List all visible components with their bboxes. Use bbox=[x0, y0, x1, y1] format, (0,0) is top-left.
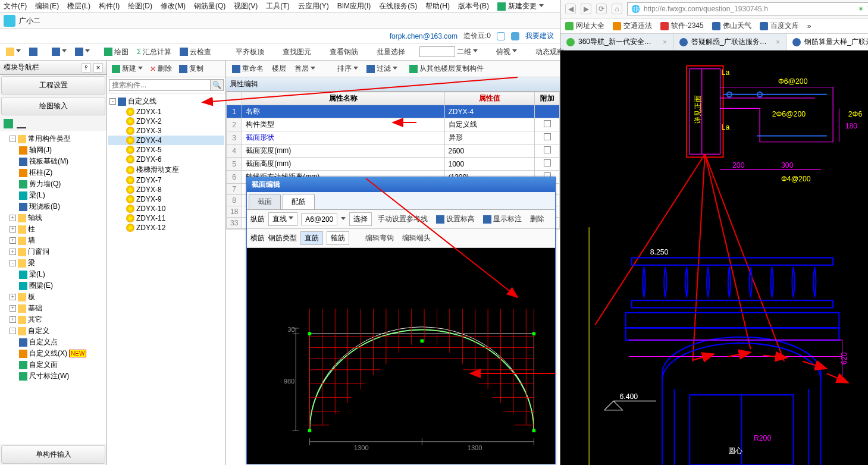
bookmark-item[interactable]: 软件-2345 bbox=[660, 21, 704, 31]
list-item[interactable]: ZDYX-12 bbox=[108, 223, 224, 232]
prop-extra[interactable] bbox=[535, 131, 560, 144]
menu-item[interactable]: 帮助(H) bbox=[425, 1, 450, 11]
prop-value[interactable]: 1000 bbox=[444, 158, 534, 171]
stirrup-button[interactable]: 箍筋 bbox=[327, 231, 349, 245]
prop-extra[interactable] bbox=[535, 158, 560, 171]
expand-icon[interactable]: + bbox=[10, 237, 16, 244]
list-item[interactable]: ZDYX-4 bbox=[108, 136, 224, 145]
floor-dropdown[interactable]: 楼层 bbox=[270, 62, 289, 75]
expand-icon[interactable]: + bbox=[10, 226, 16, 232]
table-row[interactable]: 5截面高度(mm)1000 bbox=[227, 158, 560, 171]
view-2d-dropdown[interactable]: 二维 bbox=[417, 45, 480, 58]
edit-hook-button[interactable]: 编辑弯钩 bbox=[353, 232, 396, 244]
menu-item[interactable]: 云应用(Y) bbox=[298, 1, 329, 11]
search-button[interactable]: 🔍 bbox=[211, 79, 224, 91]
pin-icon[interactable]: ⫯ bbox=[82, 63, 91, 73]
expand-icon[interactable]: + bbox=[10, 294, 16, 300]
edit-end-button[interactable]: 编辑端头 bbox=[400, 232, 433, 244]
view-direction-button[interactable]: 俯视 bbox=[484, 46, 519, 58]
home-button[interactable]: ⌂ bbox=[612, 4, 622, 14]
tree-item[interactable]: +基础 bbox=[1, 303, 105, 314]
advice-link[interactable]: 我要建议 bbox=[525, 31, 554, 41]
checkbox[interactable] bbox=[544, 146, 551, 153]
menu-item[interactable]: 绘图(D) bbox=[128, 1, 152, 11]
bookmark-item[interactable]: 佛山天气 bbox=[712, 21, 751, 31]
delete-button[interactable]: 删除 bbox=[528, 213, 547, 225]
open-button[interactable] bbox=[4, 46, 23, 57]
forward-button[interactable]: ▶ bbox=[581, 4, 591, 14]
menu-item[interactable]: 修改(M) bbox=[161, 1, 186, 11]
cloud-check-button[interactable]: 云检查 bbox=[177, 46, 214, 58]
menu-item[interactable]: 工具(T) bbox=[266, 1, 289, 11]
tree-item[interactable]: 轴网(J) bbox=[1, 144, 105, 156]
bookmark-item[interactable]: 百度文库 bbox=[760, 21, 799, 31]
checkbox[interactable] bbox=[544, 120, 551, 127]
list-item[interactable]: 楼梯滑动支座 bbox=[108, 164, 224, 175]
tree-item[interactable]: 自定义点 bbox=[1, 337, 105, 348]
stamp-icon[interactable]: ✶ bbox=[858, 5, 864, 13]
tree-item[interactable]: -梁 bbox=[1, 257, 105, 269]
first-floor-dropdown[interactable]: 首层 bbox=[292, 62, 318, 75]
rename-button[interactable]: 重命名 bbox=[230, 62, 266, 75]
tree-item[interactable]: 尺寸标注(W) bbox=[1, 370, 105, 382]
tree-item[interactable]: -自定义 bbox=[1, 325, 105, 337]
set-elev-button[interactable]: 设置标高 bbox=[434, 213, 477, 225]
browser-tab[interactable]: 钢筋算量大样_广联达服× bbox=[786, 34, 868, 50]
list-item[interactable]: ZDYX-5 bbox=[108, 145, 224, 155]
tree-item[interactable]: +柱 bbox=[1, 224, 105, 235]
drawing-input-button[interactable]: 绘图输入 bbox=[1, 97, 105, 115]
prop-extra[interactable] bbox=[535, 144, 560, 158]
tab-rebar[interactable]: 配筋 bbox=[283, 194, 315, 209]
single-component-input-button[interactable]: 单构件输入 bbox=[1, 445, 105, 464]
tree-item[interactable]: 圈梁(E) bbox=[1, 280, 105, 291]
view-rebar-button[interactable]: 查看钢筋 bbox=[317, 46, 361, 58]
tree-item[interactable]: +墙 bbox=[1, 235, 105, 246]
menu-item[interactable]: 构件(I) bbox=[99, 1, 120, 11]
section-canvas[interactable]: 30 980 1300 1300 bbox=[247, 248, 555, 464]
copy-button[interactable]: 复制 bbox=[177, 62, 206, 75]
collapse-icon[interactable]: - bbox=[10, 328, 16, 334]
show-elev-button[interactable]: 显示标注 bbox=[481, 213, 524, 225]
tree-item[interactable]: 自定义线(X)NEW bbox=[1, 348, 105, 359]
redo-button[interactable] bbox=[73, 46, 92, 57]
cad-viewport[interactable]: 200 300 180 La La 详见正面 Φ6@200 2Φ6@200 2Φ… bbox=[560, 51, 868, 465]
tab-icon[interactable] bbox=[4, 119, 13, 128]
copy-from-button[interactable]: 从其他楼层复制构件 bbox=[407, 62, 486, 75]
new-button[interactable]: 新建 bbox=[109, 62, 145, 75]
table-row[interactable]: 2构件类型自定义线 bbox=[227, 118, 560, 131]
bookmark-item[interactable]: 网址大全 bbox=[565, 21, 604, 31]
sort-button[interactable]: 排序 bbox=[325, 62, 361, 75]
new-change-button[interactable]: 新建变更 bbox=[497, 1, 544, 11]
table-row[interactable]: 1名称ZDYX-4 bbox=[227, 105, 560, 118]
menu-item[interactable]: BIM应用(I) bbox=[337, 1, 371, 11]
checkbox[interactable] bbox=[544, 159, 551, 166]
back-button[interactable]: ◀ bbox=[565, 4, 576, 14]
bell-icon[interactable] bbox=[497, 32, 505, 40]
menu-item[interactable]: 编辑(E) bbox=[35, 1, 59, 11]
filter-button[interactable]: 过滤 bbox=[364, 62, 400, 75]
list-item[interactable]: ZDYX-1 bbox=[108, 107, 224, 117]
tree-item[interactable]: +其它 bbox=[1, 314, 105, 325]
menu-item[interactable]: 视图(V) bbox=[234, 1, 258, 11]
search-input[interactable] bbox=[109, 79, 211, 91]
expand-icon[interactable]: + bbox=[10, 305, 16, 312]
collapse-icon[interactable]: - bbox=[10, 260, 16, 266]
tree-item[interactable]: 梁(L) bbox=[1, 190, 105, 201]
collapse-icon[interactable]: - bbox=[109, 98, 116, 105]
straight-button[interactable]: 直筋 bbox=[300, 231, 323, 245]
menu-item[interactable]: 钢筋量(Q) bbox=[194, 1, 225, 11]
menu-item[interactable]: 楼层(L) bbox=[67, 1, 90, 11]
table-row[interactable]: 3截面形状异形 bbox=[227, 131, 560, 144]
prop-value[interactable]: 异形 bbox=[444, 131, 534, 144]
user-email[interactable]: forpk.chen@163.com bbox=[390, 32, 457, 40]
browser-tab[interactable]: 答疑解惑_广联达服务新干× bbox=[673, 34, 786, 50]
expand-icon[interactable]: + bbox=[10, 249, 16, 255]
level-top-button[interactable]: 平齐板顶 bbox=[223, 46, 267, 58]
close-tab-icon[interactable]: × bbox=[776, 38, 780, 46]
tree-item[interactable]: +板 bbox=[1, 291, 105, 303]
url-bar[interactable]: 🌐 http://e.fwxgx.com/question_1930745.h … bbox=[627, 2, 868, 15]
list-item[interactable]: ZDYX-10 bbox=[108, 204, 224, 213]
tree-item[interactable]: +门窗洞 bbox=[1, 246, 105, 257]
dropdown-icon[interactable] bbox=[341, 217, 346, 222]
prop-value[interactable]: ZDYX-4 bbox=[444, 105, 534, 118]
